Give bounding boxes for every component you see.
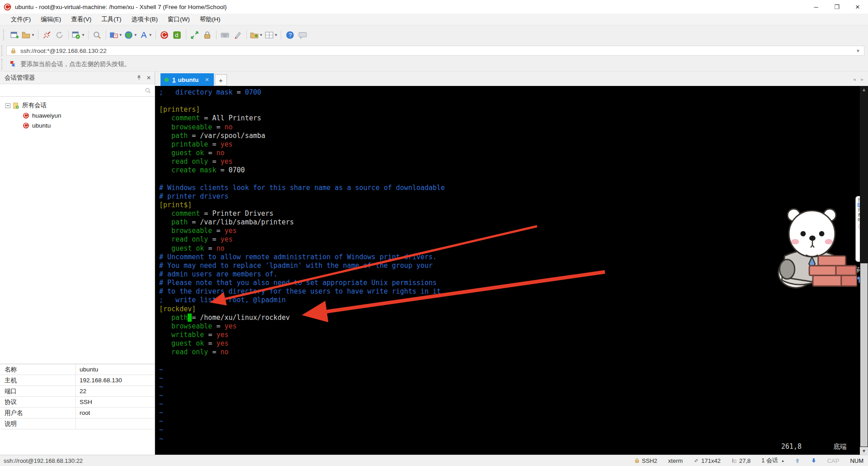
new-folder-button[interactable]: ▼: [249, 29, 264, 41]
terminal-line: read only = yes: [159, 157, 860, 166]
session-menu-arrow-icon[interactable]: ▴: [782, 458, 784, 463]
xftp-app-button[interactable]: d: [171, 29, 184, 41]
menu-item-5[interactable]: 窗口(W): [163, 14, 194, 25]
dropdown-arrow-icon[interactable]: ▼: [31, 33, 35, 37]
tree-item-ubuntu[interactable]: ubuntu: [0, 120, 155, 130]
xshell-window: ubuntu - root@xu-virtual-machine: /home/…: [0, 0, 868, 466]
menu-item-2[interactable]: 查看(V): [66, 14, 96, 25]
status-right: SSH2xterm171x4227,81 会话▴CAPNUM: [634, 456, 863, 465]
status-scroll-up[interactable]: [795, 458, 800, 463]
new-terminal-button[interactable]: [8, 29, 21, 41]
lock-button[interactable]: [201, 29, 214, 41]
terminal-text-segment: [print$]: [159, 201, 192, 209]
status-session-count[interactable]: 1 会话▴: [761, 456, 783, 465]
tab-ubuntu[interactable]: 1 ubuntu ✕: [160, 73, 214, 86]
font-button[interactable]: ▼: [138, 29, 153, 41]
reconnect-button[interactable]: [53, 29, 66, 41]
terminal-text-segment: path: [159, 218, 192, 226]
toolbar-group: ▼▼▼: [108, 29, 153, 41]
terminal-text-segment: = Printer Drivers: [204, 209, 274, 218]
terminal-line: ~: [159, 426, 860, 434]
tab-close-icon[interactable]: ✕: [205, 77, 209, 83]
terminal-line: # You may need to replace 'lpadmin' with…: [159, 262, 860, 270]
minimize-button[interactable]: ─: [806, 0, 826, 14]
file-transfer-button[interactable]: ▼: [108, 29, 123, 41]
highlighter-button[interactable]: [231, 29, 244, 41]
open-session-button[interactable]: ▼: [21, 29, 36, 41]
tab-scroll-right-icon[interactable]: ▸: [861, 76, 863, 82]
menu-item-4[interactable]: 选项卡(B): [127, 14, 163, 25]
xshell-logo-icon: [4, 3, 11, 11]
menu-bar: 文件(F)编辑(E)查看(V)工具(T)选项卡(B)窗口(W)帮助(H): [0, 14, 868, 25]
dropdown-arrow-icon[interactable]: ▼: [259, 33, 263, 37]
close-button[interactable]: ✕: [847, 0, 868, 14]
feedback-button[interactable]: [296, 29, 309, 41]
session-search-input[interactable]: [4, 87, 145, 94]
pin-icon[interactable]: [136, 75, 142, 81]
terminal-scrollbar[interactable]: ▲ ▼: [860, 86, 868, 455]
status-text: 1 会话: [761, 456, 778, 465]
find-button[interactable]: [91, 29, 104, 41]
session-search[interactable]: [0, 84, 155, 97]
terminal-text-segment: no: [225, 123, 233, 131]
toolbar-grip[interactable]: [3, 29, 6, 40]
panel-close-icon[interactable]: ✕: [146, 75, 151, 81]
infobar-grip[interactable]: [1, 59, 4, 70]
terminal[interactable]: ; directory mask = 0700 [printers] comme…: [155, 86, 868, 455]
new-folder-icon: [250, 31, 259, 39]
session-manager-title: 会话管理器: [5, 74, 35, 82]
add-session-flag-icon[interactable]: [9, 61, 16, 68]
menu-item-3[interactable]: 工具(T): [97, 14, 126, 25]
maximize-button[interactable]: ❐: [826, 0, 847, 14]
tree-item-all-sessions[interactable]: 所有会话: [0, 100, 155, 110]
disconnect-button[interactable]: [41, 29, 53, 41]
scrollbar-down-icon[interactable]: ▼: [860, 447, 868, 455]
terminal-text-segment: no: [220, 348, 228, 356]
session-properties-icon: [72, 31, 80, 39]
terminal-text-segment: =: [212, 157, 220, 166]
help-button[interactable]: ?: [283, 29, 296, 41]
dropdown-arrow-icon[interactable]: ▼: [149, 33, 152, 37]
session-tree: 所有会话huaweiyunubuntu: [0, 97, 155, 364]
terminal-line: ~: [159, 417, 860, 426]
scrollbar-up-icon[interactable]: ▲: [860, 87, 868, 92]
terminal-text-segment: yes: [216, 331, 228, 339]
dropdown-arrow-icon[interactable]: ▼: [81, 33, 85, 37]
toolbar: ▼▼▼▼▼d▼▼?: [0, 25, 868, 44]
tab-nav: ◂ ▸: [853, 76, 863, 82]
address-value: ssh://root:*@192.168.68.130:22: [20, 48, 107, 54]
new-tab-button[interactable]: +: [215, 74, 227, 86]
terminal-text-segment: ~: [159, 366, 163, 374]
menu-item-0[interactable]: 文件(F): [6, 14, 35, 25]
caret-icon: [731, 458, 737, 463]
address-field[interactable]: ssh://root:*@192.168.68.130:22 ▼: [6, 46, 864, 56]
web-browser-button[interactable]: ▼: [123, 29, 138, 41]
collapse-icon[interactable]: [5, 103, 10, 108]
address-dropdown-icon[interactable]: ▼: [856, 48, 860, 53]
toolbar-group: [189, 29, 214, 41]
fullscreen-button[interactable]: [189, 29, 201, 41]
terminal-text-segment: browseable: [159, 322, 216, 330]
terminal-text-segment: yes: [220, 157, 232, 166]
status-scroll-down[interactable]: [811, 458, 816, 463]
dropdown-arrow-icon[interactable]: ▼: [274, 33, 278, 37]
terminal-text-segment: # Please note that you also need to set …: [159, 279, 437, 287]
tab-scroll-left-icon[interactable]: ◂: [853, 76, 856, 82]
dropdown-arrow-icon[interactable]: ▼: [119, 33, 123, 37]
open-session-icon: [22, 31, 30, 39]
terminal-text-segment: ~: [159, 400, 163, 408]
session-icon: [23, 112, 29, 119]
xshell-app-button[interactable]: [158, 29, 171, 41]
keyboard-button[interactable]: [219, 29, 231, 41]
tree-item-huaweiyun[interactable]: huaweiyun: [0, 110, 155, 120]
menu-item-6[interactable]: 帮助(H): [195, 14, 225, 25]
menu-item-1[interactable]: 编辑(E): [36, 14, 66, 25]
tile-layout-button[interactable]: ▼: [264, 29, 279, 41]
addressbar-grip[interactable]: [1, 45, 4, 56]
search-icon[interactable]: [145, 87, 151, 94]
toolbar-group: ▼: [71, 29, 86, 41]
scrollbar-thumb[interactable]: [860, 263, 868, 447]
dropdown-arrow-icon[interactable]: ▼: [134, 33, 137, 37]
session-properties-button[interactable]: ▼: [71, 29, 86, 41]
terminal-text-segment: = /home/xu/linux/rockdev: [192, 314, 290, 322]
